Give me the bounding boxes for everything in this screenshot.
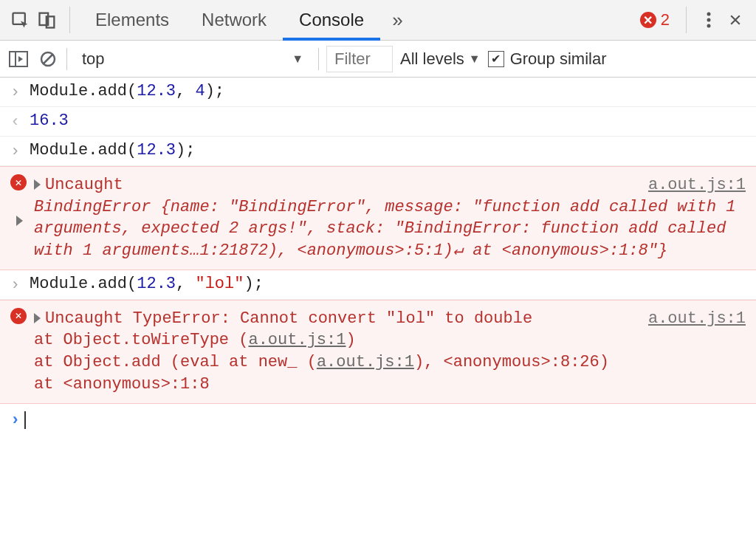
group-similar-label: Group similar [510, 49, 607, 69]
divider [66, 48, 67, 70]
devtools-toolbar: Elements Network Console » ✕ 2 [0, 0, 756, 41]
error-count-value: 2 [661, 10, 670, 30]
console-input-text: Module.add(12.3); [30, 141, 746, 159]
tab-elements[interactable]: Elements [79, 0, 185, 40]
console-input-row: › Module.add(12.3); [0, 137, 756, 166]
error-source-link[interactable]: a.out.js:1 [648, 308, 746, 330]
console-prompt[interactable]: › [0, 404, 756, 437]
divider [686, 7, 687, 33]
tab-console[interactable]: Console [283, 1, 380, 41]
svg-point-3 [707, 13, 711, 16]
context-selector[interactable]: top ▼ [75, 49, 311, 69]
menu-icon[interactable] [695, 7, 722, 33]
group-similar-checkbox[interactable]: ✔ Group similar [488, 49, 607, 69]
console-result-value: 16.3 [30, 111, 746, 130]
error-body: a.out.js:1 Uncaught TypeError: Cannot co… [27, 308, 746, 396]
error-head: Uncaught TypeError: Cannot convert "lol"… [45, 309, 532, 328]
close-icon[interactable] [722, 7, 749, 33]
stack-line: at Object.toWireType (a.out.js:1) [34, 331, 356, 349]
stack-link[interactable]: a.out.js:1 [317, 353, 414, 371]
checkbox-icon: ✔ [488, 51, 504, 67]
console-input-text: Module.add(12.3, "lol"); [30, 275, 746, 293]
console-output: › Module.add(12.3, 4); ‹ 16.3 › Module.a… [0, 78, 756, 437]
input-chevron-icon: › [10, 275, 30, 295]
console-input-text: Module.add(12.3, 4); [30, 82, 746, 100]
divider [318, 48, 319, 70]
stack-line: at <anonymous>:1:8 [34, 375, 210, 394]
cursor [24, 411, 26, 429]
filter-input[interactable] [326, 46, 393, 72]
chevron-down-icon: ▼ [469, 52, 481, 66]
expand-icon[interactable] [34, 179, 41, 190]
error-icon: ✕ [10, 308, 27, 324]
error-source-link[interactable]: a.out.js:1 [648, 174, 746, 196]
console-error-row: ✕ a.out.js:1 Uncaught TypeError: Cannot … [0, 300, 756, 404]
error-head: Uncaught [45, 176, 123, 194]
console-toolbar: top ▼ All levels ▼ ✔ Group similar [0, 41, 756, 78]
console-error-row: ✕ a.out.js:1 Uncaught BindingError {name… [0, 166, 756, 270]
stack-link[interactable]: a.out.js:1 [248, 331, 346, 349]
error-object: BindingError {name: "BindingError", mess… [34, 198, 736, 260]
error-icon: ✕ [640, 12, 656, 28]
svg-point-4 [707, 18, 711, 22]
output-chevron-icon: ‹ [10, 111, 30, 131]
console-result-row: ‹ 16.3 [0, 107, 756, 137]
svg-point-5 [707, 24, 711, 28]
inspect-icon[interactable] [7, 7, 34, 33]
expand-icon[interactable] [16, 216, 23, 226]
log-level-label: All levels [400, 49, 464, 69]
more-tabs-icon[interactable]: » [380, 9, 414, 32]
input-chevron-icon: › [10, 82, 30, 102]
error-icon: ✕ [10, 174, 27, 190]
console-input-row: › Module.add(12.3, 4); [0, 78, 756, 107]
stack-line: at Object.add (eval at new_ (a.out.js:1)… [34, 353, 609, 371]
chevron-down-icon: ▼ [292, 52, 303, 66]
tab-network[interactable]: Network [185, 0, 283, 40]
tab-strip: Elements Network Console » [79, 0, 640, 40]
error-body: a.out.js:1 Uncaught BindingError {name: … [27, 174, 746, 262]
log-level-selector[interactable]: All levels ▼ [400, 49, 481, 69]
input-chevron-icon: › [10, 141, 30, 161]
console-input-row: › Module.add(12.3, "lol"); [0, 270, 756, 300]
device-toggle-icon[interactable] [34, 7, 61, 33]
error-count[interactable]: ✕ 2 [640, 10, 670, 30]
svg-line-9 [44, 55, 52, 63]
input-chevron-icon: › [10, 411, 20, 430]
clear-console-icon[interactable] [37, 48, 59, 70]
expand-icon[interactable] [34, 313, 41, 323]
divider [69, 7, 70, 33]
context-value: top [82, 49, 105, 69]
sidebar-toggle-icon[interactable] [7, 48, 30, 70]
